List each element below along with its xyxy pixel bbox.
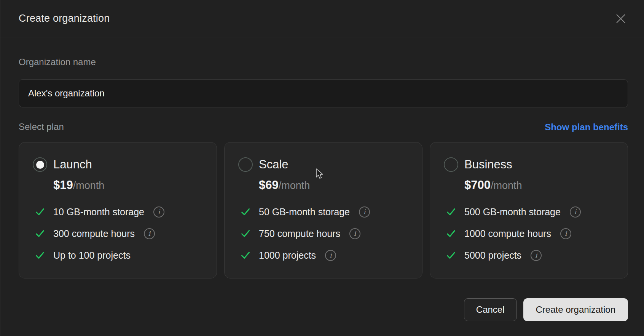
check-icon [446, 229, 456, 238]
info-icon[interactable]: i [570, 206, 581, 218]
plan-feature: 1000 compute hours i [446, 228, 617, 239]
radio-business[interactable] [444, 157, 458, 172]
info-icon[interactable]: i [153, 206, 164, 218]
check-icon [446, 207, 456, 217]
plan-feature: 500 GB-month storage i [446, 206, 617, 218]
plan-price: $700 [464, 178, 491, 192]
modal-title: Create organization [19, 13, 110, 24]
show-plan-benefits-link[interactable]: Show plan benefits [545, 122, 628, 133]
plan-feature: Up to 100 projects i [35, 250, 206, 261]
plan-card-scale[interactable]: Scale $69 /month 50 GB-month storage i [224, 142, 422, 278]
check-icon [241, 250, 250, 260]
modal-header: Create organization [0, 0, 644, 37]
plan-card-launch[interactable]: Launch $19 /month 10 GB-month storage i [19, 142, 217, 278]
plan-period: /month [279, 180, 310, 192]
select-plan-label: Select plan [19, 121, 64, 133]
close-button[interactable] [614, 12, 627, 25]
modal-footer: Cancel Create organization [0, 298, 644, 321]
radio-scale[interactable] [238, 157, 253, 172]
plan-feature: 300 compute hours i [35, 228, 206, 239]
org-name-input[interactable] [19, 79, 628, 107]
org-name-label: Organization name [19, 56, 628, 68]
radio-launch[interactable] [33, 157, 47, 172]
check-icon [446, 250, 456, 260]
check-icon [35, 250, 45, 260]
modal-body: Organization name Select plan Show plan … [0, 56, 644, 278]
plan-name: Launch [53, 158, 92, 171]
info-icon[interactable]: i [325, 250, 336, 261]
info-icon[interactable]: i [531, 250, 542, 261]
plan-list: Launch $19 /month 10 GB-month storage i [19, 142, 628, 278]
cancel-button[interactable]: Cancel [464, 298, 517, 321]
plan-feature: 1000 projects i [241, 250, 411, 261]
plan-period: /month [491, 180, 522, 192]
plan-feature: 10 GB-month storage i [35, 206, 206, 218]
plan-price: $69 [259, 178, 279, 192]
close-icon [615, 13, 626, 24]
plan-feature: 750 compute hours i [241, 228, 411, 239]
plan-feature: 50 GB-month storage i [241, 206, 411, 218]
plan-period: /month [73, 180, 105, 192]
plan-name: Business [464, 158, 512, 171]
info-icon[interactable]: i [349, 228, 360, 239]
check-icon [35, 207, 45, 217]
check-icon [35, 229, 45, 238]
plan-price: $19 [53, 178, 73, 192]
create-organization-button[interactable]: Create organization [523, 298, 628, 321]
info-icon[interactable]: i [359, 206, 370, 218]
check-icon [241, 229, 250, 238]
plan-feature: 5000 projects i [446, 250, 617, 261]
radio-selected-dot [36, 161, 44, 169]
info-icon[interactable]: i [560, 228, 571, 239]
plan-name: Scale [259, 158, 289, 171]
plan-card-business[interactable]: Business $700 /month 500 GB-month storag… [430, 142, 628, 278]
check-icon [241, 207, 250, 217]
info-icon[interactable]: i [144, 228, 155, 239]
